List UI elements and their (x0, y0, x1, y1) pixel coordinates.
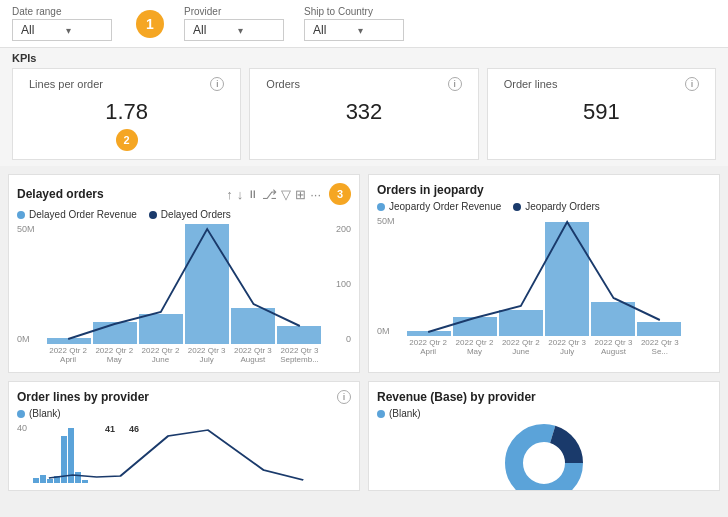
delayed-orders-chart-inner (45, 224, 323, 344)
kpi-card-lines-per-order: Lines per order i 1.78 2 (12, 68, 241, 160)
x-label-0: 2022 Qtr 2April (49, 346, 87, 364)
date-range-value: All (21, 23, 58, 37)
orders-in-jeopardy-panel: Orders in jeopardy Jeopardy Order Revenu… (368, 174, 720, 373)
x-label-3: 2022 Qtr 3July (188, 346, 226, 364)
ship-to-country-arrow: ▾ (358, 25, 395, 36)
jx-label-0: 2022 Qtr 2April (409, 338, 447, 356)
kpi-card-header-1: Orders i (266, 77, 461, 91)
jeopardy-y-left-top: 50M (377, 216, 405, 226)
date-range-label: Date range (12, 6, 112, 17)
jeopardy-legend-0: Jeopardy Order Revenue (377, 201, 501, 212)
delayed-orders-chart-area: 50M 0M 200 100 0 (17, 224, 351, 364)
kpi-cards: Lines per order i 1.78 2 Orders i 332 Or… (12, 68, 716, 160)
order-lines-legend-label: (Blank) (29, 408, 61, 419)
ship-to-country-label: Ship to Country (304, 6, 404, 17)
kpi-info-1[interactable]: i (448, 77, 462, 91)
jx-label-2: 2022 Qtr 2June (502, 338, 540, 356)
filter-icon[interactable]: ▽ (281, 187, 291, 202)
x-label-1: 2022 Qtr 2May (95, 346, 133, 364)
delayed-orders-panel: Delayed orders ↑ ↓ ⏸ ⎇ ▽ ⊞ ··· 3 Delayed… (8, 174, 360, 373)
ship-to-country-value: All (313, 23, 350, 37)
more-icon[interactable]: ··· (310, 187, 321, 202)
jx-label-4: 2022 Qtr 3August (595, 338, 633, 356)
kpi-value-2: 591 (504, 95, 699, 129)
x-label-5: 2022 Qtr 3Septemb... (280, 346, 319, 364)
legend-dot-orders (149, 211, 157, 219)
kpi-value-0: 1.78 (29, 95, 224, 129)
jeopardy-line (405, 216, 683, 336)
chart-tools: ↑ ↓ ⏸ ⎇ ▽ ⊞ ··· 3 (226, 183, 351, 205)
kpi-section-label: KPIs (12, 52, 716, 64)
ship-to-country-select[interactable]: All ▾ (304, 19, 404, 41)
order-lines-provider-header: Order lines by provider i (17, 390, 351, 404)
y-right-mid: 100 (327, 279, 351, 289)
x-label-4: 2022 Qtr 3August (234, 346, 272, 364)
delayed-orders-line (45, 224, 323, 344)
revenue-provider-panel: Revenue (Base) by provider (Blank) (368, 381, 720, 491)
delayed-orders-title: Delayed orders (17, 187, 104, 201)
jx-label-1: 2022 Qtr 2May (456, 338, 494, 356)
y-axis-right: 200 100 0 (327, 224, 351, 344)
provider-value: All (193, 23, 230, 37)
jeopardy-chart-inner (405, 216, 683, 336)
legend-item-1: Delayed Orders (149, 209, 231, 220)
order-lines-dot (17, 410, 25, 418)
sort-asc-icon[interactable]: ↑ (226, 187, 233, 202)
date-range-select[interactable]: All ▾ (12, 19, 112, 41)
step-badge-3: 3 (329, 183, 351, 205)
kpi-info-0[interactable]: i (210, 77, 224, 91)
kpi-title-0: Lines per order (29, 78, 103, 90)
jeopardy-label-revenue: Jeopardy Order Revenue (389, 201, 501, 212)
jeopardy-title: Orders in jeopardy (377, 183, 484, 197)
x-label-2: 2022 Qtr 2June (142, 346, 180, 364)
jeopardy-x-labels: 2022 Qtr 2April 2022 Qtr 2May 2022 Qtr 2… (405, 338, 683, 356)
jeopardy-dot-revenue (377, 203, 385, 211)
kpi-info-2[interactable]: i (685, 77, 699, 91)
revenue-provider-title: Revenue (Base) by provider (377, 390, 536, 404)
annotation-41: 41 (105, 424, 115, 434)
date-range-arrow: ▾ (66, 25, 103, 36)
delayed-orders-legend: Delayed Order Revenue Delayed Orders (17, 209, 351, 220)
charts-row: Delayed orders ↑ ↓ ⏸ ⎇ ▽ ⊞ ··· 3 Delayed… (0, 166, 728, 381)
order-lines-provider-info[interactable]: i (337, 390, 351, 404)
order-lines-provider-title: Order lines by provider (17, 390, 149, 404)
provider-select[interactable]: All ▾ (184, 19, 284, 41)
provider-label: Provider (184, 6, 284, 17)
y-left-top: 50M (17, 224, 45, 234)
y-left-bot: 0M (17, 334, 45, 344)
order-lines-legend-item: (Blank) (17, 408, 61, 419)
provider-filter: Provider All ▾ (184, 6, 284, 41)
date-range-filter: Date range All ▾ (12, 6, 112, 41)
jeopardy-y-axis-left: 50M 0M (377, 216, 405, 336)
legend-dot-revenue (17, 211, 25, 219)
order-lines-y-label: 40 (17, 423, 27, 433)
x-labels: 2022 Qtr 2April 2022 Qtr 2May 2022 Qtr 2… (45, 346, 323, 364)
y-right-bot: 0 (327, 334, 351, 344)
jeopardy-label-orders: Jeopardy Orders (525, 201, 599, 212)
jeopardy-dot-orders (513, 203, 521, 211)
provider-arrow: ▾ (238, 25, 275, 36)
jx-label-3: 2022 Qtr 3July (548, 338, 586, 356)
legend-item-0: Delayed Order Revenue (17, 209, 137, 220)
order-lines-bars-container: 41 46 (33, 428, 351, 483)
grid-icon[interactable]: ⊞ (295, 187, 306, 202)
order-lines-mini-chart: 40 41 46 (17, 423, 351, 483)
sort-branch-icon[interactable]: ⎇ (262, 187, 277, 202)
legend-label-revenue: Delayed Order Revenue (29, 209, 137, 220)
order-lines-legend: (Blank) (17, 408, 351, 419)
kpi-card-header-2: Order lines i (504, 77, 699, 91)
revenue-donut-area (377, 423, 711, 491)
revenue-donut (504, 423, 584, 491)
kpi-card-header-0: Lines per order i (29, 77, 224, 91)
bottom-row: Order lines by provider i (Blank) 40 (0, 381, 728, 499)
kpi-title-1: Orders (266, 78, 300, 90)
jx-label-5: 2022 Qtr 3Se... (641, 338, 679, 356)
y-axis-left: 50M 0M (17, 224, 45, 344)
sort-pause-icon[interactable]: ⏸ (247, 188, 258, 200)
revenue-legend-item: (Blank) (377, 408, 421, 419)
order-lines-line (33, 428, 351, 483)
jeopardy-legend-1: Jeopardy Orders (513, 201, 599, 212)
sort-desc-icon[interactable]: ↓ (237, 187, 244, 202)
y-right-top: 200 (327, 224, 351, 234)
order-lines-provider-panel: Order lines by provider i (Blank) 40 (8, 381, 360, 491)
